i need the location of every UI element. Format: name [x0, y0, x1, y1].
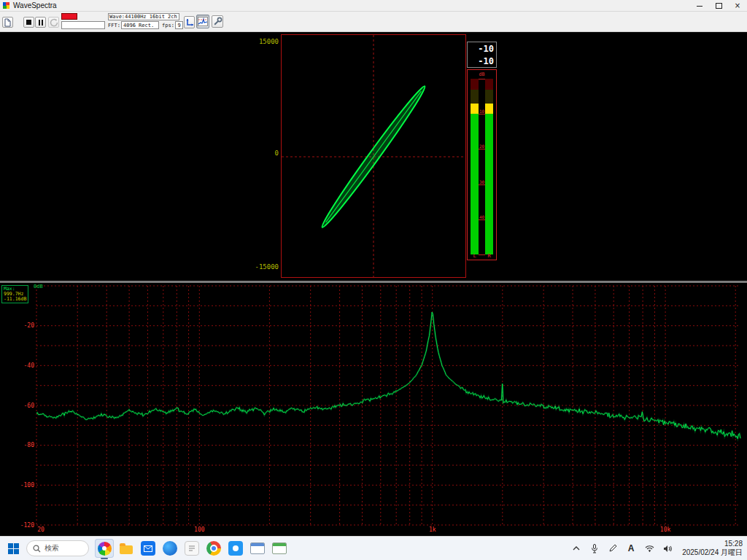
toolbar: Wave:44100Hz 16bit 2ch FFT: 4096 Rect. f… [0, 12, 747, 32]
spectrum-panel: Max: 999.7Hz -11.16dB 0dB -20-40-60-80-1… [0, 283, 747, 536]
pen-button[interactable] [607, 541, 619, 556]
microphone-icon [591, 544, 598, 553]
loop-icon [50, 18, 58, 27]
axes-view-button[interactable] [184, 16, 195, 28]
volume-button[interactable] [662, 541, 673, 556]
svg-text:100: 100 [194, 526, 205, 533]
clock[interactable]: 15:28 2025/02/24 月曜日 [680, 540, 743, 557]
titlebar: WaveSpectra × [0, 0, 747, 12]
close-button[interactable]: × [728, 0, 747, 12]
maximize-button[interactable] [709, 0, 728, 12]
settings-button[interactable] [212, 15, 223, 28]
mini-spectrum-icon [198, 17, 208, 26]
minimize-button[interactable] [690, 0, 709, 12]
peak-value-left: -10 [468, 44, 496, 54]
meter-tick-label: 40 [477, 214, 487, 219]
pause-button[interactable] [35, 17, 46, 28]
meter-segment [471, 79, 479, 90]
meter-tick [479, 114, 485, 114]
window-title: WaveSpectra [13, 1, 57, 9]
wavespectra-icon [98, 542, 112, 556]
meter-bars-area: dB L R 10203040 [467, 69, 497, 260]
taskbar-item-notes[interactable] [182, 539, 201, 558]
messenger-icon [228, 541, 243, 556]
search-input[interactable]: 検索 [26, 540, 89, 556]
meter-tick-label: 20 [477, 144, 487, 149]
taskbar-item-explorer[interactable] [117, 539, 136, 558]
ime-mode-button[interactable]: A [625, 543, 637, 553]
speaker-icon [663, 545, 673, 553]
stop-icon [26, 20, 31, 25]
screen: WaveSpectra × Wave:44100Hz 1 [0, 0, 747, 560]
window-controls: × [690, 0, 747, 11]
app-icon [3, 2, 9, 9]
spectrum-display: -20-40-60-80-100-120201001k10k [0, 283, 747, 536]
minimize-icon [697, 6, 703, 7]
search-placeholder: 検索 [44, 543, 59, 553]
windows-logo-icon [8, 543, 19, 554]
taskbar-item-chrome[interactable] [204, 539, 223, 558]
meter-tick [479, 254, 485, 255]
scope-y-min-label: -15000 [247, 263, 279, 271]
microphone-button[interactable] [589, 541, 600, 556]
taskbar-item-edge[interactable] [160, 539, 179, 558]
wave-format-field: Wave:44100Hz 16bit 2ch [108, 13, 179, 20]
peak-info-box: Max: 999.7Hz -11.16dB [1, 285, 28, 303]
app-window-icon [250, 542, 265, 554]
meter-segment [471, 90, 479, 104]
level-meter: -10 -10 dB L R 10203040 [467, 42, 497, 260]
spectrum-view-button[interactable] [196, 15, 209, 28]
peak-value-right: -10 [468, 56, 496, 66]
maximize-icon [716, 3, 722, 9]
tray-overflow-button[interactable] [570, 541, 582, 556]
scope-y-max-label: 15000 [247, 38, 279, 45]
pause-icon [39, 20, 43, 26]
taskbar-item-wavespectra[interactable] [95, 539, 114, 558]
taskbar-item-app-window[interactable] [248, 539, 267, 558]
network-button[interactable] [643, 541, 655, 556]
taskbar-item-mail[interactable] [139, 539, 158, 558]
meter-segment [485, 90, 493, 104]
svg-text:-80: -80 [24, 442, 35, 448]
meter-db-label: dB [468, 71, 496, 77]
taskbar-item-messenger[interactable] [226, 539, 245, 558]
start-button[interactable] [4, 540, 22, 557]
system-tray: A 15:28 2025/02/24 月曜日 [570, 540, 747, 557]
close-icon: × [735, 2, 740, 9]
fps-label: fps: [162, 23, 174, 28]
meter-channel-right-label: R [485, 253, 493, 259]
open-button[interactable] [2, 17, 13, 28]
svg-text:10k: 10k [660, 526, 671, 533]
axes-icon [185, 18, 194, 27]
meter-bar-right [485, 79, 493, 254]
edge-icon [163, 541, 177, 556]
search-icon [33, 545, 41, 553]
meter-tick [479, 79, 485, 79]
chrome-icon [206, 541, 221, 556]
phase-scope-panel: 15000 0 -15000 -10 -10 dB L R 10203040 [0, 32, 747, 281]
pen-icon [608, 544, 617, 553]
svg-text:-120: -120 [20, 522, 34, 529]
over-level-indicator [61, 13, 77, 20]
lissajous-display [281, 34, 466, 278]
meter-segment [485, 114, 493, 254]
svg-text:-60: -60 [24, 402, 35, 409]
notes-icon [185, 541, 199, 556]
fft-setting-field: 4096 Rect. [121, 21, 159, 29]
clock-date: 2025/02/24 月曜日 [680, 548, 743, 557]
meter-tick-label: 30 [477, 179, 487, 184]
lissajous-figure [282, 35, 465, 277]
peak-readout: -10 -10 [467, 42, 497, 68]
meter-tick-label: 10 [477, 109, 487, 114]
taskbar-item-app-window-2[interactable] [270, 539, 289, 558]
svg-text:-20: -20 [24, 322, 35, 329]
stop-button[interactable] [23, 17, 34, 28]
taskbar-icons [95, 539, 289, 558]
wifi-icon [645, 545, 654, 552]
taskbar: 検索 [0, 536, 747, 560]
position-field [61, 21, 105, 29]
meter-tick [479, 184, 485, 185]
meter-channel-left-label: L [471, 253, 479, 259]
open-file-icon [4, 18, 12, 27]
loop-button[interactable] [48, 17, 59, 28]
